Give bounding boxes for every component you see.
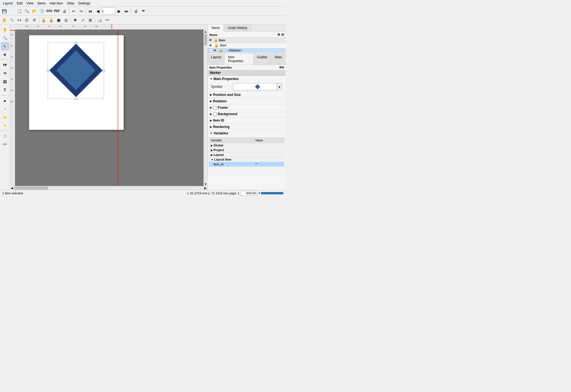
- resize-button[interactable]: ⤢: [79, 16, 86, 24]
- first-page-button[interactable]: ⏮: [87, 8, 94, 15]
- redo-button[interactable]: ↪: [78, 8, 85, 15]
- page-input[interactable]: [102, 8, 115, 15]
- undo-button[interactable]: ↩: [70, 8, 77, 15]
- add-text-tool[interactable]: T: [1, 86, 9, 94]
- zoom-in-button[interactable]: 🔍: [8, 16, 15, 24]
- duplicate-button[interactable]: 📋: [16, 8, 23, 15]
- main-properties-header[interactable]: ▼ Main Properties: [208, 76, 286, 82]
- var-row-layout[interactable]: ▶ Layout: [209, 153, 284, 157]
- add-star-tool[interactable]: ⭐: [1, 113, 9, 121]
- vertical-scrollbar-thumb[interactable]: [204, 34, 207, 45]
- item-id-header[interactable]: ▶ Item ID: [208, 117, 286, 124]
- handle-bottom[interactable]: [75, 98, 77, 100]
- menu-view[interactable]: View: [25, 1, 35, 6]
- tab-items[interactable]: Items: [208, 25, 224, 32]
- select-items-button[interactable]: ▣: [55, 16, 62, 24]
- print-button[interactable]: 🖨: [61, 8, 68, 15]
- var-row-project[interactable]: ▶ Project: [209, 148, 284, 153]
- var-row-item-id[interactable]: item_id "": [209, 162, 284, 167]
- print-preview-button[interactable]: 🔍: [23, 8, 30, 15]
- variables-header[interactable]: ▼ Variables: [208, 130, 286, 136]
- print2-button[interactable]: 🖨: [132, 8, 139, 15]
- horizontal-scrollbar[interactable]: ◀ ▶: [10, 186, 207, 190]
- frame-header[interactable]: ▶ Frame: [208, 105, 286, 111]
- pan-tool[interactable]: ✋: [1, 26, 9, 33]
- prev-page-button[interactable]: ◀: [94, 8, 101, 15]
- handle-right[interactable]: [103, 70, 105, 72]
- item-eye-icon[interactable]: 👁: [209, 43, 214, 47]
- scroll-right-button[interactable]: ▶: [204, 186, 207, 190]
- menu-settings[interactable]: Settings: [77, 1, 92, 6]
- rotation-header[interactable]: ▶ Rotation: [208, 98, 286, 104]
- scroll-up-button[interactable]: ▲: [204, 30, 207, 33]
- zoom-fit-button[interactable]: ⊡: [23, 16, 30, 24]
- marker-item[interactable]: [49, 44, 102, 97]
- menu-add-item[interactable]: Add Item: [48, 1, 65, 6]
- symbol-dropdown[interactable]: ▾: [233, 83, 282, 90]
- vertical-scrollbar[interactable]: ▲ ▼: [204, 30, 207, 186]
- save-button[interactable]: 💾: [1, 8, 8, 15]
- scroll-down-button[interactable]: ▼: [204, 182, 207, 186]
- zoom-tool[interactable]: 🔍: [1, 34, 9, 42]
- lock-items-button[interactable]: 🔒: [40, 16, 47, 24]
- tab-undo-history[interactable]: Undo History: [224, 25, 251, 31]
- menu-items[interactable]: Items: [36, 1, 47, 6]
- marker-lock-icon[interactable]: 🔒: [219, 49, 224, 52]
- unlock-items-button[interactable]: 🔓: [47, 16, 55, 24]
- menu-layout[interactable]: Layout: [1, 1, 14, 6]
- next-page-button[interactable]: ▶: [115, 8, 123, 15]
- save-as-button[interactable]: 💿: [38, 8, 45, 15]
- zoom-actual-button[interactable]: 1:1: [16, 16, 23, 24]
- symbol-dropdown-arrow[interactable]: ▾: [276, 83, 282, 91]
- select-nodes-button[interactable]: ◎: [62, 16, 70, 24]
- add-map2-tool[interactable]: 🗺: [1, 69, 9, 77]
- tab-layout[interactable]: Layout: [208, 54, 225, 65]
- item-lock-icon[interactable]: 🔒: [214, 43, 219, 47]
- new-layout-button[interactable]: 📄: [8, 8, 15, 15]
- add-image-tool[interactable]: 🖼: [1, 78, 9, 86]
- add-html-tool[interactable]: </>: [1, 140, 9, 148]
- add-legend-tool[interactable]: 📋: [1, 132, 9, 140]
- export-pdf-button[interactable]: PDF: [53, 8, 61, 15]
- horizontal-scrollbar-thumb[interactable]: [14, 187, 48, 190]
- export-svg-button[interactable]: SVG: [46, 8, 53, 15]
- menu-edit[interactable]: Edit: [15, 1, 24, 6]
- tab-atlas[interactable]: Atlas: [271, 54, 286, 65]
- align-button[interactable]: ⊞: [87, 16, 94, 24]
- rendering-header[interactable]: ▶ Rendering: [208, 124, 286, 130]
- background-header[interactable]: ▶ Background: [208, 111, 286, 117]
- add-bar-button[interactable]: 📊: [96, 16, 103, 24]
- move-tool[interactable]: ✥: [1, 51, 9, 59]
- handle-left[interactable]: [47, 70, 49, 72]
- add-shape-tool[interactable]: ▲: [1, 96, 9, 104]
- add-arrow-tool[interactable]: →: [1, 105, 9, 113]
- marker-checkbox[interactable]: ✓: [209, 49, 213, 52]
- var-item-id-value: "": [253, 162, 284, 167]
- tab-item-properties[interactable]: Item Properties: [225, 54, 253, 65]
- marker-eye-icon[interactable]: 👁: [213, 49, 218, 52]
- position-size-header[interactable]: ▶ Position and Size: [208, 92, 286, 98]
- open-button[interactable]: 📂: [31, 8, 38, 15]
- zoom-input[interactable]: [241, 191, 257, 196]
- add-html-button[interactable]: </>: [103, 16, 111, 24]
- pan-button[interactable]: ✋: [1, 16, 8, 24]
- frame-checkbox[interactable]: [213, 106, 217, 110]
- last-page-button[interactable]: ⏭: [123, 8, 130, 15]
- items-dock-icon[interactable]: ⊟: [281, 33, 284, 37]
- canvas-content[interactable]: [15, 30, 204, 186]
- scroll-left-button[interactable]: ◀: [10, 186, 14, 190]
- items-row-marker[interactable]: ✓ 👁 🔒 ☆ <Marker>: [208, 48, 286, 53]
- refresh-button[interactable]: ↺: [31, 16, 38, 24]
- add-map-tool[interactable]: 🗺: [1, 61, 9, 69]
- zoom-dropdown-btn[interactable]: ▾: [258, 192, 260, 195]
- move-content-button[interactable]: ✥: [72, 16, 79, 24]
- atlas-button[interactable]: 🗺: [140, 8, 147, 15]
- var-row-global[interactable]: ▶ Global: [209, 143, 284, 148]
- menu-atlas[interactable]: Atlas: [65, 1, 76, 6]
- items-settings-icon[interactable]: ⚙: [277, 33, 280, 37]
- select-tool[interactable]: ↖: [1, 42, 9, 50]
- add-scale-tool[interactable]: 📏: [1, 122, 9, 129]
- background-checkbox[interactable]: [213, 112, 217, 116]
- tab-guides[interactable]: Guides: [253, 54, 271, 65]
- var-row-layout-item[interactable]: ▼ Layout Item: [209, 157, 284, 162]
